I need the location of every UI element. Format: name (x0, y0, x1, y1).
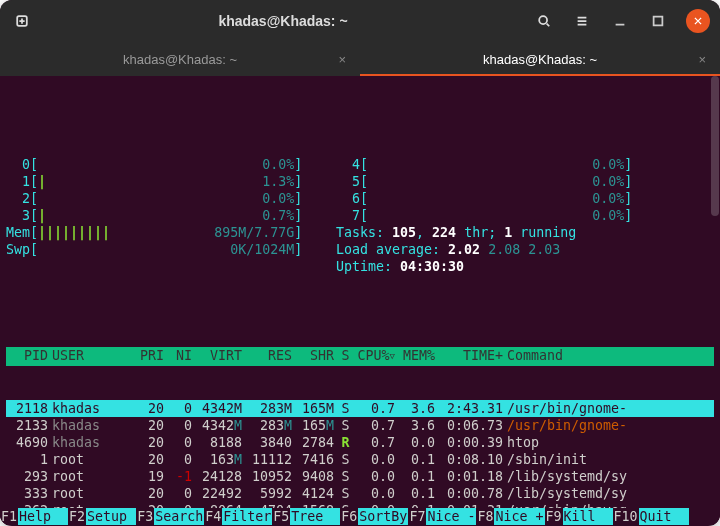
close-button[interactable] (686, 9, 710, 33)
fnkey-F9[interactable]: F9 (545, 508, 563, 525)
process-table-body: 2118khadas2004342M283M165MS0.73.62:43.31… (6, 400, 714, 525)
col-shr[interactable]: SHR (292, 347, 338, 366)
fnlabel-F9[interactable]: Kill (563, 508, 613, 525)
col-virt[interactable]: VIRT (192, 347, 242, 366)
fnlabel-F2[interactable]: Setup (86, 508, 136, 525)
process-table-header[interactable]: PID USER PRI NI VIRT RES SHR S CPU% MEM%… (6, 347, 714, 366)
terminal-output[interactable]: 0[ 0.0%] 4[ 0.0%] 1[| 1.3%] 5[ 0.0%] 2[ … (0, 76, 720, 525)
col-time[interactable]: TIME+ (435, 347, 507, 366)
svg-point-1 (539, 16, 547, 24)
col-res[interactable]: RES (242, 347, 292, 366)
fnlabel-F4[interactable]: Filter (222, 508, 272, 525)
htop-meters: 0[ 0.0%] 4[ 0.0%] 1[| 1.3%] 5[ 0.0%] 2[ … (6, 156, 714, 275)
process-row[interactable]: 2118khadas2004342M283M165MS0.73.62:43.31… (6, 400, 714, 417)
tab-close-icon[interactable]: × (338, 52, 346, 67)
fnlabel-F10[interactable]: Quit (639, 508, 689, 525)
tab-0[interactable]: khadas@Khadas: ~ × (0, 42, 360, 76)
scrollbar[interactable] (710, 76, 720, 525)
titlebar: khadas@Khadas: ~ (0, 0, 720, 42)
fnlabel-F1[interactable]: Help (18, 508, 68, 525)
col-mem[interactable]: MEM% (395, 347, 435, 366)
fnkey-F5[interactable]: F5 (272, 508, 290, 525)
col-user[interactable]: USER (52, 347, 132, 366)
fnlabel-F7[interactable]: Nice - (426, 508, 476, 525)
search-button[interactable] (528, 6, 560, 36)
terminal-window: khadas@Khadas: ~ khadas@Khadas: ~ × (0, 0, 720, 526)
menu-button[interactable] (566, 6, 598, 36)
fnkey-F8[interactable]: F8 (476, 508, 494, 525)
process-row[interactable]: 1root200163M111127416S0.00.10:08.10/sbin… (6, 451, 714, 468)
process-row[interactable]: 293root19-124128109529408S0.00.10:01.18/… (6, 468, 714, 485)
process-row[interactable]: 333root2002249259924124S0.00.10:00.78/li… (6, 485, 714, 502)
fnlabel-F6[interactable]: SortBy (358, 508, 408, 525)
fnkey-F1[interactable]: F1 (0, 508, 18, 525)
fnkey-F3[interactable]: F3 (136, 508, 154, 525)
fnkey-F6[interactable]: F6 (340, 508, 358, 525)
fnkey-F2[interactable]: F2 (68, 508, 86, 525)
minimize-button[interactable] (604, 6, 636, 36)
col-s[interactable]: S (338, 347, 353, 366)
fnlabel-F5[interactable]: Tree (290, 508, 340, 525)
scroll-thumb[interactable] (711, 76, 719, 216)
window-title: khadas@Khadas: ~ (38, 13, 528, 29)
process-row[interactable]: 4690khadas200818838402784R0.70.00:00.39h… (6, 434, 714, 451)
tab-label: khadas@Khadas: ~ (483, 52, 597, 67)
col-cpu[interactable]: CPU% (353, 347, 395, 366)
col-pri[interactable]: PRI (132, 347, 164, 366)
col-pid[interactable]: PID (8, 347, 52, 366)
col-cmd[interactable]: Command (507, 347, 714, 366)
function-key-bar: F1Help F2Setup F3SearchF4FilterF5Tree F6… (0, 508, 720, 525)
process-row[interactable]: 2133khadas2004342M283M165MS0.73.60:06.73… (6, 417, 714, 434)
tab-close-icon[interactable]: × (698, 52, 706, 67)
tab-bar: khadas@Khadas: ~ × khadas@Khadas: ~ × (0, 42, 720, 76)
fnkey-F7[interactable]: F7 (408, 508, 426, 525)
tab-1[interactable]: khadas@Khadas: ~ × (360, 42, 720, 76)
fnlabel-F8[interactable]: Nice + (494, 508, 544, 525)
maximize-button[interactable] (642, 6, 674, 36)
fnkey-F10[interactable]: F10 (613, 508, 639, 525)
svg-rect-2 (654, 17, 663, 26)
new-tab-button[interactable] (6, 6, 38, 36)
col-ni[interactable]: NI (164, 347, 192, 366)
tab-label: khadas@Khadas: ~ (123, 52, 237, 67)
fnlabel-F3[interactable]: Search (154, 508, 204, 525)
fnkey-F4[interactable]: F4 (204, 508, 222, 525)
